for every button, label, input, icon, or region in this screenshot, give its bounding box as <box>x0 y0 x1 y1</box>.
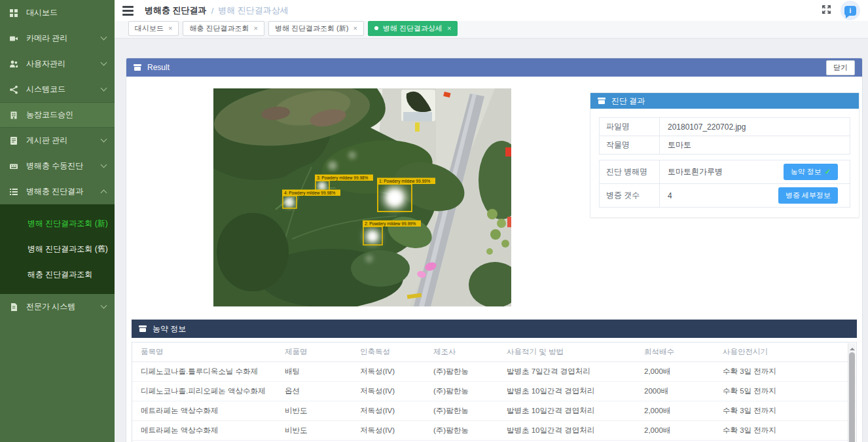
fullscreen-icon[interactable] <box>822 5 831 17</box>
sidebar-item-disease-results-old[interactable]: 병해 진단결과조회 (舊) <box>0 236 115 262</box>
sidebar-item-disease-results-new[interactable]: 병해 진단결과조회 (新) <box>0 211 115 236</box>
diagnosis-card-header: 진단 결과 <box>590 93 859 109</box>
sidebar-item-system-code[interactable]: 시스템코드 <box>0 77 115 102</box>
symptom-detail-button[interactable]: 병증 세부정보 <box>778 187 838 204</box>
disease-name-row: 진단 병해명 토마토흰가루병 농약 정보 ✓ <box>600 160 850 184</box>
sidebar-item-label: 병해충 수동진단 <box>26 160 83 172</box>
tab-disease-results-new[interactable]: 병해 진단결과조회 (新) × <box>268 21 364 36</box>
pesticide-table-wrap: 품목명 제품명 인축독성 제조사 사용적기 및 방법 희석배수 사용안전시기 <box>132 342 857 442</box>
scrollbar-thumb[interactable] <box>849 352 855 442</box>
crop-name-row: 작물명 토마토 <box>600 136 850 154</box>
tab-pest-results[interactable]: 해충 진단결과조회 × <box>183 21 264 36</box>
pesticide-info-section: 농약 정보 품목명 제품명 인축독성 <box>132 320 857 442</box>
diagnosis-card-title: 진단 결과 <box>611 96 645 107</box>
disease-name-value: 토마토흰가루병 <box>668 166 723 177</box>
breadcrumb-current: 병해 진단결과상세 <box>218 5 289 16</box>
sidebar-item-label: 대시보드 <box>26 7 58 18</box>
diagnosis-results-icon <box>9 187 18 196</box>
sidebar-item-label: 사용자관리 <box>26 58 65 69</box>
tab-close-icon[interactable]: × <box>254 24 258 32</box>
sidebar-item-farm-code-approve[interactable]: 농장코드승인 <box>0 102 115 128</box>
table-header-row: 품목명 제품명 인축독성 제조사 사용적기 및 방법 희석배수 사용안전시기 <box>132 342 856 362</box>
file-name-row: 파일명 20180107_220702.jpg <box>600 118 850 136</box>
chevron-down-icon <box>101 162 107 168</box>
archive-icon <box>139 325 147 332</box>
col-item-name: 품목명 <box>132 342 276 362</box>
sidebar-item-manual-diagnosis[interactable]: 병해충 수동진단 <box>0 153 115 179</box>
sidebar: 대시보드 카메라 관리 사용자관리 시스템코드 농장코드승인 게시판 관리 <box>0 0 115 442</box>
board-icon <box>9 136 18 145</box>
archive-icon <box>598 98 606 104</box>
diagnosis-result-card: 진단 결과 파일명 20180107_220702.jpg 작물명 토마 <box>590 92 859 218</box>
tab-close-icon[interactable]: × <box>168 24 172 32</box>
col-product-name: 제품명 <box>276 342 352 362</box>
chevron-down-icon <box>101 34 107 41</box>
sidebar-item-pest-results[interactable]: 해충 진단결과조회 <box>0 262 115 287</box>
info-chat-icon[interactable]: i <box>841 1 860 20</box>
tab-bar: 대시보드 × 해충 진단결과조회 × 병해 진단결과조회 (新) × 병해 진단… <box>115 21 868 39</box>
breadcrumb-parent[interactable]: 병해충 진단결과 <box>145 5 207 16</box>
symptom-count-value: 4 <box>668 191 672 200</box>
sidebar-item-users[interactable]: 사용자관리 <box>0 51 115 77</box>
sidebar-item-dashboard[interactable]: 대시보드 <box>0 0 115 26</box>
scrollbar-up-arrow[interactable] <box>850 345 855 350</box>
result-panel-header: Result 닫기 <box>126 58 862 77</box>
camera-icon <box>9 33 18 43</box>
table-row: 메트라페논 액상수화제비반도저독성(IV)(주)팜한농발병초 10일간격 경엽처… <box>132 421 856 441</box>
table-row: 디페노코나졸.틀루디옥소닐 수화제배팅저독성(IV)(주)팜한농발병초 7일간격… <box>132 362 856 382</box>
sidebar-item-label: 전문가 시스템 <box>26 301 75 312</box>
archive-icon <box>134 64 141 71</box>
pesticide-info-button[interactable]: 농약 정보 ✓ <box>784 164 838 180</box>
svg-text:3: Powdery mildew 99.98%: 3: Powdery mildew 99.98% <box>317 175 369 181</box>
tab-dashboard[interactable]: 대시보드 × <box>128 21 179 36</box>
col-toxicity: 인축독성 <box>352 342 425 362</box>
table-scrollbar[interactable] <box>848 343 856 442</box>
sidebar-item-label: 카메라 관리 <box>26 33 67 44</box>
close-button[interactable]: 닫기 <box>826 60 855 75</box>
diagnosis-photo: 3: Powdery mildew 99.98% 1: Powdery mild… <box>213 88 511 306</box>
pesticide-table: 품목명 제품명 인축독성 제조사 사용적기 및 방법 희석배수 사용안전시기 <box>132 342 856 442</box>
tab-close-icon[interactable]: × <box>353 24 357 32</box>
chevron-down-icon <box>101 303 107 309</box>
expert-system-icon <box>9 302 18 312</box>
tab-disease-result-detail[interactable]: 병해 진단결과상세 × <box>368 21 458 36</box>
dashboard-icon <box>9 8 18 18</box>
hamburger-menu-icon[interactable] <box>122 6 134 16</box>
crop-name-value: 토마토 <box>660 136 850 154</box>
sidebar-item-expert-system[interactable]: 전문가 시스템 <box>0 294 115 320</box>
col-dilution: 희석배수 <box>636 342 714 362</box>
photo-area: 3: Powdery mildew 99.98% 1: Powdery mild… <box>134 88 590 306</box>
table-row: 디페노코나졸.피리오페논 액상수화제옵션저독성(IV)(주)팜한농발병초 10일… <box>132 382 856 401</box>
sidebar-item-label: 시스템코드 <box>26 84 65 95</box>
top-header: 병해충 진단결과 / 병해 진단결과상세 i <box>115 0 868 21</box>
app-window: 대시보드 카메라 관리 사용자관리 시스템코드 농장코드승인 게시판 관리 <box>0 0 868 442</box>
system-code-icon <box>9 84 18 94</box>
table-row: 메트라페논 액상수화제비반도저독성(IV)(주)팜한농발병초 10일간격 경엽처… <box>132 401 856 421</box>
tab-close-icon[interactable]: × <box>447 24 451 32</box>
col-manufacturer: 제조사 <box>425 342 498 362</box>
users-icon <box>9 59 18 69</box>
active-tab-dot <box>374 26 378 30</box>
chevron-down-icon <box>101 136 107 143</box>
sidebar-item-label: 게시판 관리 <box>26 135 67 146</box>
main-area: 병해충 진단결과 / 병해 진단결과상세 i 대시보드 × 해충 진단결과조회 … <box>115 0 868 442</box>
sidebar-item-camera[interactable]: 카메라 관리 <box>0 26 115 51</box>
content-area: Result 닫기 <box>115 39 868 442</box>
col-usage: 사용적기 및 방법 <box>498 342 636 362</box>
farm-approve-icon <box>9 110 18 120</box>
chevron-down-icon <box>101 85 107 92</box>
sidebar-item-board[interactable]: 게시판 관리 <box>0 128 115 153</box>
sidebar-item-label: 농장코드승인 <box>26 109 73 120</box>
breadcrumb: 병해충 진단결과 / 병해 진단결과상세 <box>145 5 289 16</box>
col-safety-period: 사용안전시기 <box>714 342 856 362</box>
symptom-count-row: 병증 갯수 4 병증 세부정보 <box>600 184 850 207</box>
chevron-down-icon <box>101 60 107 66</box>
check-icon: ✓ <box>825 168 831 176</box>
sidebar-item-diagnosis-results[interactable]: 병해충 진단결과 <box>0 179 115 204</box>
result-panel-title: Result <box>147 63 170 72</box>
svg-text:4: Powdery mildew 99.98%: 4: Powdery mildew 99.98% <box>284 191 336 196</box>
chevron-up-icon <box>101 190 107 196</box>
file-name-value: 20180107_220702.jpg <box>660 119 850 135</box>
svg-text:2: Powdery mildew 99.99%: 2: Powdery mildew 99.99% <box>365 221 416 227</box>
sidebar-item-label: 병해충 진단결과 <box>26 186 83 197</box>
